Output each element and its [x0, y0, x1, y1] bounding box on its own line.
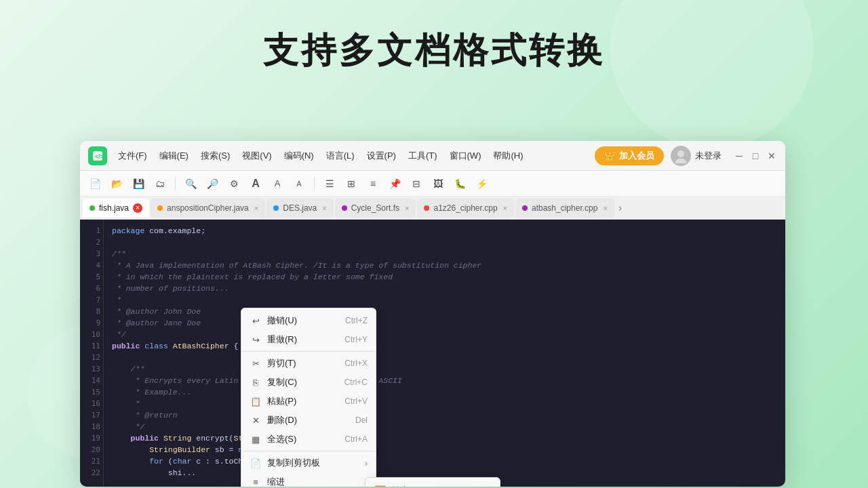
tab-close-btn[interactable]: ×: [322, 204, 326, 212]
menu-indent[interactable]: ≡ 缩进 ›: [241, 472, 376, 487]
indent-icon: ≡: [250, 476, 262, 487]
copy-shortcut: Ctrl+C: [344, 378, 368, 387]
menu-cut[interactable]: ✂ 剪切(T) Ctrl+X: [241, 354, 376, 373]
toolbar-new[interactable]: 📄: [85, 174, 104, 193]
tab-dot: [157, 205, 163, 211]
delete-label: 删除(D): [267, 414, 350, 426]
copy-icon: ⎘: [250, 376, 262, 388]
toolbar-grid[interactable]: ⊞: [342, 174, 361, 193]
toolbar-save[interactable]: 💾: [129, 174, 148, 193]
menu-view[interactable]: 视图(V): [237, 147, 277, 165]
submenu-docformat: 🪟 转为 Windows (CR LF) 🐧 转为 Unix (LF) 🍎 转为…: [365, 477, 500, 487]
toolbar-table[interactable]: ⊟: [407, 174, 426, 193]
context-menu: ↩ 撤销(U) Ctrl+Z ↪ 重做(R) Ctrl+Y ✂ 剪切(T) Ct…: [241, 308, 376, 487]
divider-1: [241, 351, 376, 352]
svg-text:</>: </>: [95, 153, 104, 160]
selectall-icon: ▦: [250, 433, 262, 445]
tab-label: DES.java: [283, 203, 317, 213]
menu-settings[interactable]: 设置(P): [361, 147, 401, 165]
tab-dot: [273, 205, 279, 211]
redo-shortcut: Ctrl+Y: [344, 335, 368, 344]
toolbar-align[interactable]: ≡: [363, 174, 382, 193]
menu-edit[interactable]: 编辑(E): [154, 147, 194, 165]
tab-close-btn[interactable]: ×: [405, 204, 409, 212]
menu-encode[interactable]: 编码(N): [279, 147, 319, 165]
menu-copy-clipboard[interactable]: 📄 复制到剪切板 ›: [241, 453, 376, 472]
toolbar-font-small[interactable]: A: [290, 174, 309, 193]
toolbar-bug[interactable]: 🐛: [450, 174, 469, 193]
close-button[interactable]: ✕: [766, 150, 777, 161]
cut-icon: ✂: [250, 357, 262, 369]
tab-des[interactable]: DES.java ×: [267, 199, 333, 218]
tab-close-btn[interactable]: ×: [603, 204, 607, 212]
window-controls: ─ □ ✕: [734, 150, 777, 161]
minimize-button[interactable]: ─: [734, 150, 745, 161]
paste-label: 粘贴(P): [267, 395, 339, 407]
menu-tools[interactable]: 工具(T): [403, 147, 443, 165]
toolbar-font-medium[interactable]: A: [268, 174, 287, 193]
editor-content: 12345678910111213141516171819202122 pack…: [80, 220, 785, 487]
selectall-label: 全选(S): [267, 433, 339, 445]
copy-clipboard-label: 复制到剪切板: [267, 457, 359, 469]
tab-dot: [342, 205, 347, 211]
tab-fish-java[interactable]: fish.java ×: [83, 199, 149, 218]
tab-label: fish.java: [99, 203, 129, 213]
delete-shortcut: Del: [355, 415, 368, 425]
crown-icon: 👑: [604, 150, 615, 161]
tab-close-btn[interactable]: ×: [503, 204, 507, 212]
login-status[interactable]: 未登录: [695, 150, 722, 162]
tab-a1z26[interactable]: a1z26_cipher.cpp ×: [417, 199, 514, 218]
toolbar-flash[interactable]: ⚡: [472, 174, 491, 193]
toolbar-filter[interactable]: ⚙: [224, 174, 243, 193]
join-btn-label: 加入会员: [619, 150, 654, 162]
menu-copy[interactable]: ⎘ 复制(C) Ctrl+C: [241, 373, 376, 392]
toolbar-pin[interactable]: 📌: [385, 174, 404, 193]
tab-label: Cycle_Sort.fs: [351, 203, 399, 213]
redo-label: 重做(R): [267, 333, 339, 346]
indent-label: 缩进: [267, 476, 359, 487]
menu-delete[interactable]: ✕ 删除(D) Del: [241, 411, 376, 430]
toolbar-search[interactable]: 🔍: [181, 174, 200, 193]
join-member-button[interactable]: 👑 加入会员: [595, 146, 664, 165]
svg-point-2: [677, 150, 684, 157]
tab-atbash[interactable]: atbash_cipher.cpp ×: [515, 199, 614, 218]
menu-search[interactable]: 搜索(S): [195, 147, 235, 165]
maximize-button[interactable]: □: [750, 150, 761, 161]
menu-undo[interactable]: ↩ 撤销(U) Ctrl+Z: [241, 311, 376, 330]
menu-selectall[interactable]: ▦ 全选(S) Ctrl+A: [241, 430, 376, 449]
toolbar-img[interactable]: 🖼: [429, 174, 448, 193]
code-editor[interactable]: package com.example; /** * A Java implem…: [104, 220, 785, 487]
toolbar: 📄 📂 💾 🗂 🔍 🔎 ⚙ A A A ☰ ⊞ ≡ 📌 ⊟ 🖼 🐛 ⚡: [80, 171, 785, 197]
tab-close-btn[interactable]: ×: [254, 204, 258, 212]
selectall-shortcut: Ctrl+A: [344, 434, 368, 444]
menu-language[interactable]: 语言(L): [321, 147, 360, 165]
menu-help[interactable]: 帮助(H): [488, 147, 528, 165]
toolbar-font-large[interactable]: A: [246, 174, 265, 193]
toolbar-divider-2: [314, 177, 315, 190]
tab-dot: [424, 205, 429, 211]
toolbar-list[interactable]: ☰: [320, 174, 339, 193]
avatar: [671, 146, 691, 166]
toolbar-replace[interactable]: 🔎: [203, 174, 222, 193]
to-windows-label: 转为 Windows (CR LF): [391, 485, 481, 487]
menu-redo[interactable]: ↪ 重做(R) Ctrl+Y: [241, 330, 376, 349]
menu-file[interactable]: 文件(F): [113, 147, 153, 165]
cut-shortcut: Ctrl+X: [344, 359, 368, 368]
page-title: 支持多文档格式转换: [0, 0, 868, 75]
tabs-scroll-right[interactable]: ›: [616, 202, 625, 214]
title-bar-right: 👑 加入会员 未登录 ─ □ ✕: [595, 146, 777, 166]
editor-window: </> 文件(F) 编辑(E) 搜索(S) 视图(V) 编码(N) 语言(L) …: [80, 141, 785, 487]
tabs-bar: fish.java × anspositionCipher.java × DES…: [80, 197, 785, 220]
windows-icon: 🪟: [374, 485, 386, 487]
divider-2: [241, 451, 376, 451]
menu-window[interactable]: 窗口(W): [444, 147, 487, 165]
toolbar-open[interactable]: 📂: [107, 174, 126, 193]
menu-paste[interactable]: 📋 粘贴(P) Ctrl+V: [241, 392, 376, 411]
tab-cyclesort[interactable]: Cycle_Sort.fs ×: [335, 199, 416, 218]
tab-modified-badge: ×: [133, 203, 142, 213]
toolbar-saveall[interactable]: 🗂: [151, 174, 170, 193]
delete-icon: ✕: [250, 414, 262, 426]
submenu-to-windows[interactable]: 🪟 转为 Windows (CR LF): [366, 481, 500, 487]
undo-icon: ↩: [250, 314, 262, 327]
tab-transpositioncipher[interactable]: anspositionCipher.java ×: [151, 199, 265, 218]
